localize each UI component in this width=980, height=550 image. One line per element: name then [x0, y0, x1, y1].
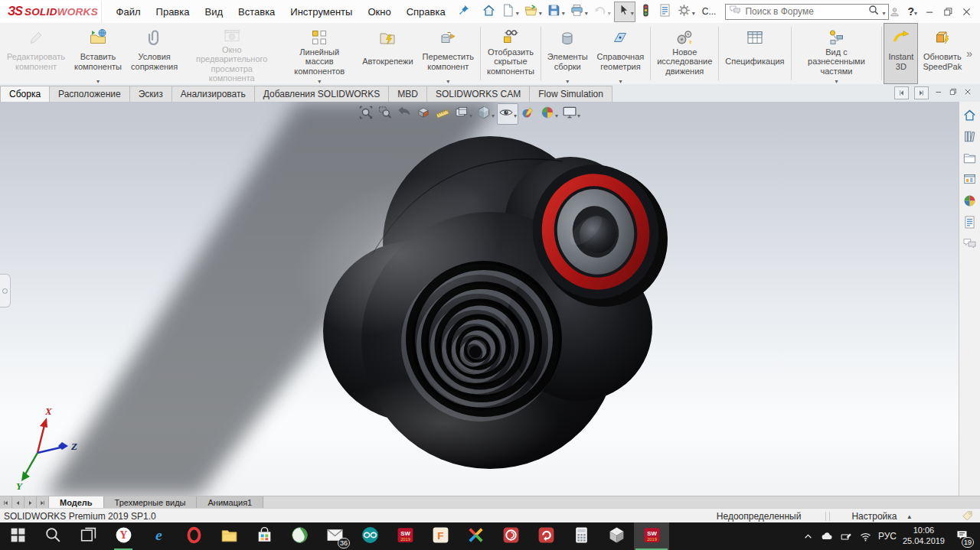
doc-tab-3[interactable]: Анимация1: [197, 496, 263, 509]
tab-расположение[interactable]: Расположение: [49, 86, 130, 102]
notification-center-button[interactable]: 19: [956, 529, 969, 545]
home-button[interactable]: [480, 2, 498, 22]
tab-эскиз[interactable]: Эскиз: [129, 86, 172, 102]
taskbar-file-explorer[interactable]: [211, 522, 247, 550]
minimize-button[interactable]: [924, 6, 936, 18]
chevron-down-icon[interactable]: [631, 5, 634, 18]
ribbon-smart-fasteners-button[interactable]: Автокрепежи: [358, 23, 417, 84]
close-button[interactable]: [961, 6, 972, 18]
ribbon-exploded-view-button[interactable]: Вид с разнесенными частями: [792, 23, 880, 84]
ribbon-bill-of-materials-button[interactable]: Спецификация: [720, 23, 789, 84]
previous-tab-button[interactable]: [12, 496, 24, 509]
chevron-down-icon[interactable]: [619, 76, 622, 83]
ribbon-update-speedpak-button[interactable]: Обновить SpeedPak: [918, 23, 966, 84]
tab-mbd[interactable]: MBD: [388, 86, 427, 102]
taskbar-yandex-browser[interactable]: Y: [106, 522, 141, 550]
taskbar-start[interactable]: [0, 522, 35, 550]
taskpane-view-palette-button[interactable]: [962, 171, 978, 187]
display-style-button[interactable]: [475, 103, 496, 125]
language-indicator[interactable]: РУС: [878, 531, 897, 542]
zoom-to-fit-button[interactable]: [357, 103, 375, 125]
collapsed-command-button[interactable]: С...: [698, 5, 720, 18]
taskbar-fusion-360[interactable]: F: [423, 522, 458, 550]
tag-icon[interactable]: [962, 510, 973, 522]
file-properties-button[interactable]: [656, 2, 674, 22]
chevron-down-icon[interactable]: [577, 107, 580, 121]
chevron-down-icon[interactable]: [514, 107, 517, 121]
feature-tree-collapse-handle[interactable]: [0, 274, 11, 308]
chevron-down-icon[interactable]: [446, 76, 449, 83]
chevron-down-icon[interactable]: [566, 76, 569, 83]
taskbar-search[interactable]: [35, 522, 70, 550]
ribbon-insert-components-button[interactable]: Вставить компоненты: [70, 23, 126, 84]
apply-scene-button[interactable]: [538, 103, 560, 125]
last-tab-button[interactable]: [37, 496, 49, 509]
view-orientation-button[interactable]: [452, 103, 474, 125]
chevron-down-icon[interactable]: [555, 107, 558, 121]
doc-close-button[interactable]: [963, 86, 972, 99]
pane-collapse-right-button[interactable]: [914, 86, 929, 99]
select-button[interactable]: [614, 2, 635, 22]
doc-restore-button[interactable]: [949, 86, 958, 99]
taskbar-solidworks-2019[interactable]: SW2019: [387, 522, 423, 550]
chevron-down-icon[interactable]: [692, 5, 695, 18]
chevron-down-icon[interactable]: [835, 76, 838, 83]
ribbon-overflow-button[interactable]: »: [966, 47, 980, 60]
onedrive-icon[interactable]: [821, 530, 834, 543]
taskpane-solidworks-forum-button[interactable]: [962, 236, 978, 251]
taskbar-calculator[interactable]: [564, 522, 599, 550]
ribbon-move-component-button[interactable]: Переместить компонент: [418, 23, 479, 84]
help-button[interactable]: ?: [907, 5, 917, 18]
taskbar-opera[interactable]: [176, 522, 211, 550]
menu-item[interactable]: Вставка: [230, 2, 283, 21]
first-tab-button[interactable]: [0, 496, 12, 509]
rebuild-button[interactable]: [637, 2, 655, 22]
section-view-button[interactable]: [414, 103, 433, 125]
ribbon-mate-button[interactable]: Условия сопряжения: [126, 23, 182, 84]
menu-item[interactable]: Вид: [197, 2, 230, 21]
graphics-viewport[interactable]: X Z Y: [0, 102, 980, 496]
chevron-down-icon[interactable]: [469, 107, 472, 121]
edit-appearance-button[interactable]: [519, 103, 537, 125]
chevron-down-icon[interactable]: [608, 5, 611, 18]
taskpane-appearances-scenes-button[interactable]: [962, 193, 978, 208]
options-button[interactable]: [675, 2, 697, 22]
ribbon-assembly-features-button[interactable]: Элементы сборки: [543, 23, 593, 84]
tab-анализировать[interactable]: Анализировать: [172, 86, 255, 102]
taskbar-microsoft-store[interactable]: [247, 522, 282, 550]
chevron-down-icon[interactable]: [96, 76, 100, 83]
taskbar-red-arrow-app[interactable]: [528, 522, 564, 550]
taskbar-mail[interactable]: 36: [317, 522, 352, 550]
restore-button[interactable]: [942, 6, 954, 18]
taskpane-home-button[interactable]: [962, 107, 978, 122]
user-account-icon[interactable]: [889, 6, 900, 18]
menu-item[interactable]: Правка: [149, 2, 198, 21]
zoom-to-area-button[interactable]: [376, 103, 394, 125]
menu-item[interactable]: Справка: [399, 2, 453, 21]
previous-view-button[interactable]: [395, 103, 413, 125]
chevron-down-icon[interactable]: [539, 5, 542, 18]
menu-item[interactable]: Файл: [109, 2, 149, 21]
pin-menu-icon[interactable]: [458, 4, 470, 19]
ribbon-show-hidden-components-button[interactable]: Отобразить скрытые компоненты: [482, 23, 539, 84]
taskpane-custom-properties-button[interactable]: [962, 214, 978, 229]
ribbon-new-motion-study-button[interactable]: Новое исследование движения: [652, 23, 717, 84]
wifi-icon[interactable]: [859, 530, 872, 543]
ribbon-linear-component-pattern-button[interactable]: Линейный массив компонентов: [281, 23, 358, 84]
tab-сборка[interactable]: Сборка: [0, 86, 50, 102]
clock[interactable]: 10:06 25.04.2019: [903, 526, 945, 547]
taskpane-file-explorer-button[interactable]: [962, 150, 978, 165]
hidden-icons-chevron-icon[interactable]: [802, 530, 815, 543]
taskbar-x-app[interactable]: [458, 522, 493, 550]
save-button[interactable]: [545, 2, 567, 22]
taskbar-red-circle-app[interactable]: [493, 522, 528, 550]
new-document-button[interactable]: [499, 2, 521, 22]
taskpane-design-library-button[interactable]: [962, 129, 978, 144]
pane-collapse-left-button[interactable]: [894, 86, 909, 99]
tab-добавления-solidworks[interactable]: Добавления SOLIDWORKS: [254, 86, 390, 102]
configuration-selector[interactable]: Настройка ▴: [831, 511, 919, 522]
chevron-down-icon[interactable]: [585, 5, 588, 18]
next-tab-button[interactable]: [24, 496, 37, 509]
open-document-button[interactable]: [522, 2, 544, 22]
doc-tab-2[interactable]: Трехмерные виды: [104, 496, 198, 509]
